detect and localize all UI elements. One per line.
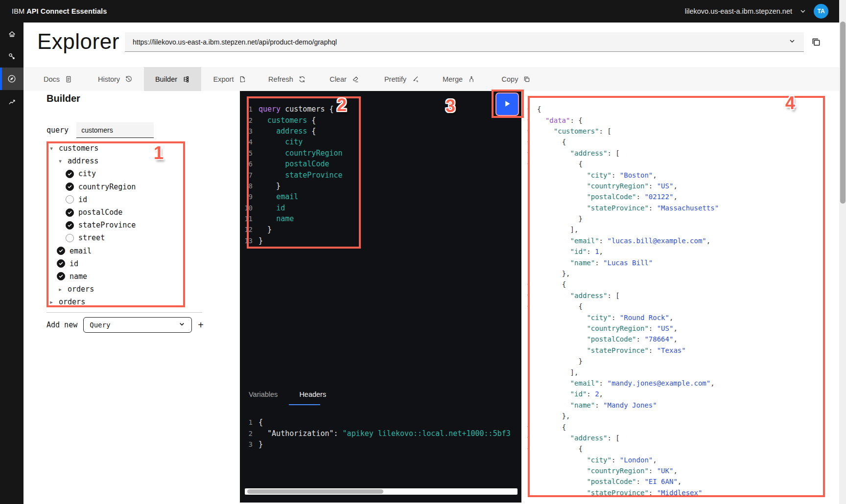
checked-checkbox[interactable] [57,259,65,268]
tree-item-orders[interactable]: ▸orders [24,283,240,296]
tree-item-customers[interactable]: ▾customers [24,142,240,155]
chevron-expanded-icon[interactable]: ▾ [48,145,55,152]
horizontal-scrollbar[interactable] [245,488,517,495]
chevron-collapsed-icon[interactable]: ▸ [57,286,64,293]
tree-item-orders[interactable]: ▸orders [24,296,240,308]
collapse-triangle-icon[interactable]: ▾ [527,424,534,430]
builder-button[interactable]: Builder [144,67,201,91]
endpoint-url-select[interactable]: https://lilekovo.us-east-a.ibm.stepzen.n… [125,32,804,52]
response-line: ▾{ [521,104,839,115]
tree-item-id[interactable]: id [24,193,240,206]
tree-item-name[interactable]: name [24,270,240,283]
collapse-triangle-icon[interactable]: ▾ [527,304,534,309]
response-line: "email": "lucas.bill@example.com", [521,235,839,246]
tab-headers[interactable]: Headers [299,390,326,398]
home-icon [8,30,16,38]
refresh-icon [298,75,306,83]
checked-checkbox[interactable] [66,183,74,191]
code-token: { [307,116,316,125]
chevron-down-icon[interactable] [788,37,796,47]
editor-line: 9 email [240,191,521,202]
tree-item-city[interactable]: city [24,167,240,180]
copy-endpoint-button[interactable] [810,36,822,49]
collapse-triangle-icon[interactable]: ▾ [527,293,534,298]
chevron-expanded-icon[interactable]: ▾ [57,158,64,164]
add-new-button[interactable]: + [198,320,204,330]
query-editor[interactable]: 1query customers {2 customers {3 address… [240,104,521,246]
tree-item-id[interactable]: id [24,257,240,270]
sidebar-item-explorer[interactable] [0,68,24,90]
tree-item-label: id [70,259,78,268]
copy-button[interactable]: Copy [488,67,545,91]
tree-item-countryRegion[interactable]: countryRegion [24,181,240,193]
add-new-type-select[interactable]: Query [83,317,192,333]
code-token: { [258,418,263,427]
chevron-collapsed-icon[interactable]: ▸ [48,299,55,305]
collapse-triangle-icon[interactable]: ▾ [527,107,534,112]
json-line: "id": 2, [537,390,603,398]
chevron-down-icon[interactable] [799,7,807,15]
chevron-down-icon [178,321,186,330]
toolbar-button-label: Docs [44,75,60,83]
toolbar-button-label: Copy [502,75,518,83]
code-token: : [587,390,595,398]
unchecked-checkbox[interactable] [66,195,74,204]
collapse-triangle-icon[interactable]: ▾ [527,435,534,440]
run-query-button[interactable] [496,93,518,115]
unchecked-checkbox[interactable] [66,234,74,242]
collapse-triangle-icon[interactable]: ▾ [527,161,534,167]
checked-checkbox[interactable] [66,170,74,178]
collapse-triangle-icon[interactable]: ▾ [527,139,534,145]
response-line: }, [521,268,839,279]
checked-checkbox[interactable] [66,208,74,217]
collapse-triangle-icon[interactable]: ▾ [527,128,534,134]
collapse-triangle-icon[interactable]: ▾ [527,282,534,287]
sidebar-item-api-keys[interactable] [0,45,24,68]
headers-editor[interactable]: 1{2 "Authorization": "apikey lilekovo::l… [240,417,521,450]
code-token: : [ [599,127,611,135]
clear-button[interactable]: Clear [316,67,373,91]
tree-item-stateProvince[interactable]: stateProvince [24,219,240,231]
tree-item-label: orders [68,285,94,294]
checked-checkbox[interactable] [57,272,65,280]
query-editor-panel[interactable]: 1query customers {2 customers {3 address… [240,91,521,503]
tree-item-address[interactable]: ▾address [24,155,240,167]
checked-checkbox[interactable] [57,247,65,255]
code-token: : [611,314,620,321]
docs-button[interactable]: Docs [29,67,87,91]
response-line: ▾{ [521,159,839,169]
query-name-input[interactable] [76,122,154,138]
scrollbar-thumb[interactable] [840,22,846,204]
code-token: "id" [570,390,587,398]
export-button[interactable]: Export [201,67,258,91]
editor-line: 8 } [240,181,521,191]
tree-item-email[interactable]: email [24,245,240,257]
tab-variables[interactable]: Variables [249,390,278,398]
merge-button[interactable]: Merge [430,67,488,91]
collapse-triangle-icon[interactable]: ▾ [527,150,534,156]
history-button[interactable]: History [87,67,144,91]
collapse-triangle-icon[interactable]: ▾ [527,117,534,123]
account-switcher[interactable]: lilekovo.us-east-a.ibm.stepzen.net TA [685,0,828,23]
code-token: "Round Rock" [620,314,669,321]
tree-item-label: address [68,157,98,165]
scrollbar-thumb[interactable] [247,489,383,494]
avatar[interactable]: TA [814,4,828,19]
page-scrollbar[interactable] [839,0,846,504]
collapse-triangle-icon[interactable]: ▾ [527,446,534,452]
code-token: , [653,171,657,179]
refresh-button[interactable]: Refresh [258,67,316,91]
checked-checkbox[interactable] [66,221,74,229]
line-number: 6 [240,160,258,168]
sidebar-item-metrics[interactable] [0,90,24,113]
tree-item-postalCode[interactable]: postalCode [24,206,240,219]
code-token: } [258,236,263,245]
code-token: : [334,429,343,438]
sidebar-item-home[interactable] [0,23,24,45]
code-token [258,116,267,125]
tree-item-street[interactable]: street [24,231,240,244]
side-nav [0,23,24,504]
prettify-button[interactable]: Prettify [373,67,430,91]
code-token: , [673,467,677,475]
json-line: "stateProvince": "Massachusetts" [537,204,719,212]
